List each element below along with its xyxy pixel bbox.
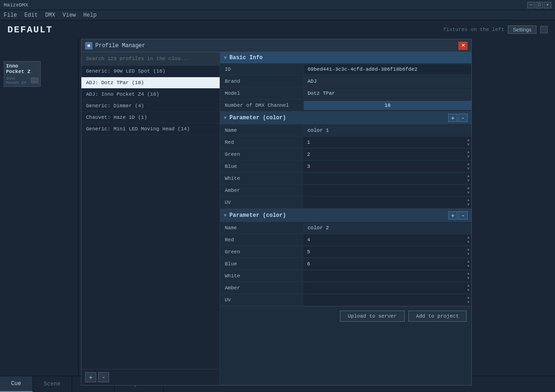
param2-red-spinner[interactable]: ▲ ▼ (465, 234, 471, 245)
dialog-close-button[interactable]: ✕ (458, 42, 468, 50)
spinner-up-icon[interactable]: ▲ (467, 186, 469, 190)
param2-red-input[interactable] (303, 235, 465, 245)
list-footer: + - (81, 369, 220, 385)
param2-arrow-icon: ▼ (224, 213, 227, 218)
close-button[interactable]: ✕ (544, 2, 551, 8)
list-item[interactable]: ADJ: Dotz TPar (18) (81, 77, 220, 89)
param2-green-value: ▲ ▼ (303, 246, 471, 257)
param1-white-spinner[interactable]: ▲ ▼ (465, 173, 471, 184)
param2-white-spinner[interactable]: ▲ ▼ (465, 270, 471, 282)
field-model-value[interactable] (303, 89, 471, 98)
menu-dmx[interactable]: DMX (45, 12, 56, 18)
param1-blue-spinner[interactable]: ▲ ▼ (465, 161, 471, 172)
settings-button[interactable]: Settings (508, 25, 536, 34)
spinner-up-icon[interactable]: ▲ (467, 235, 469, 240)
spinner-down-icon[interactable]: ▼ (467, 300, 469, 305)
param2-uv-spinner[interactable]: ▲ ▼ (465, 294, 471, 306)
tab-scene[interactable]: Scene (33, 376, 72, 392)
spinner-up-icon[interactable]: ▲ (467, 150, 469, 154)
menu-edit[interactable]: Edit (25, 12, 38, 18)
param2-name-input[interactable] (308, 225, 468, 231)
menu-view[interactable]: View (62, 12, 76, 18)
list-item[interactable]: Generic: Dimmer (4) (81, 100, 220, 112)
param1-red-spinner[interactable]: ▲ ▼ (465, 137, 471, 148)
spinner-down-icon[interactable]: ▼ (467, 142, 469, 147)
brand-input[interactable] (308, 79, 468, 84)
spinner-up-icon[interactable]: ▲ (467, 198, 469, 202)
param2-add-button[interactable]: + (448, 211, 457, 220)
param1-green-spinner[interactable]: ▲ ▼ (465, 149, 471, 160)
field-dmx-value[interactable] (303, 101, 471, 110)
param2-amber-input[interactable] (303, 283, 465, 293)
param2-uv-label: UV (220, 295, 303, 305)
param2-blue-spinner[interactable]: ▲ ▼ (465, 258, 471, 270)
param2-amber-label: Amber (220, 283, 303, 293)
spinner-down-icon[interactable]: ▼ (467, 264, 469, 269)
param1-uv-input[interactable] (303, 198, 465, 207)
spinner-up-icon[interactable]: ▲ (467, 162, 469, 166)
field-brand-value[interactable] (303, 77, 471, 86)
maximize-button[interactable]: □ (536, 2, 543, 8)
add-project-button[interactable]: Add to project (408, 311, 467, 322)
upload-server-button[interactable]: Upload to server (340, 311, 405, 322)
spinner-up-icon[interactable]: ▲ (467, 259, 469, 264)
app-name: MaizeDMX (4, 2, 527, 8)
spinner-down-icon[interactable]: ▼ (467, 276, 469, 281)
spinner-up-icon[interactable]: ▲ (467, 174, 469, 178)
remove-profile-button[interactable]: - (98, 372, 109, 382)
param2-green-input[interactable] (303, 247, 465, 257)
spinner-down-icon[interactable]: ▼ (467, 240, 469, 245)
spinner-down-icon[interactable]: ▼ (467, 202, 469, 207)
param1-amber-spinner[interactable]: ▲ ▼ (465, 185, 471, 196)
param1-add-button[interactable]: + (448, 114, 457, 122)
param1-controls: + - (448, 114, 468, 122)
param1-uv-spinner[interactable]: ▲ ▼ (465, 197, 471, 208)
param2-name-value[interactable] (303, 223, 471, 233)
menu-help[interactable]: Help (83, 12, 97, 18)
add-profile-button[interactable]: + (85, 372, 96, 382)
dmx-channel-input[interactable] (308, 103, 468, 108)
param1-blue-label: Blue (220, 162, 303, 171)
param1-remove-button[interactable]: - (458, 114, 468, 122)
spinner-up-icon[interactable]: ▲ (467, 295, 469, 300)
param2-blue-input[interactable] (303, 259, 465, 269)
spinner-down-icon[interactable]: ▼ (467, 288, 469, 293)
spinner-down-icon[interactable]: ▼ (467, 178, 469, 183)
list-item[interactable]: Generic: Mini LED Moving Head (14) (81, 123, 220, 135)
fixture-dots-button[interactable]: ... (31, 78, 38, 83)
spinner-up-icon[interactable]: ▲ (467, 138, 469, 142)
param2-remove-button[interactable]: - (458, 211, 468, 220)
spinner-down-icon[interactable]: ▼ (467, 252, 469, 257)
param1-green-label: Green (220, 150, 303, 159)
param1-white-input[interactable] (303, 174, 465, 183)
param2-white-input[interactable] (303, 271, 465, 281)
model-input[interactable] (308, 91, 468, 96)
minimize-button[interactable]: — (527, 2, 535, 8)
param1-amber-input[interactable] (303, 186, 465, 195)
list-item[interactable]: ADJ: Inno Pocket Z4 (16) (81, 89, 220, 100)
spinner-up-icon[interactable]: ▲ (467, 271, 469, 276)
param1-red-input[interactable] (303, 138, 465, 147)
profile-list-panel: Generic: 90W LED Spot (16) ADJ: Dotz TPa… (81, 52, 220, 385)
fixture-card-title1: Inno (6, 63, 38, 69)
param1-name-input[interactable] (308, 128, 468, 133)
spinner-up-icon[interactable]: ▲ (467, 283, 469, 288)
param2-uv-input[interactable] (303, 295, 465, 305)
param1-name-value[interactable] (303, 126, 471, 135)
list-item[interactable]: Chauvet: Haze 1D (1) (81, 112, 220, 123)
left-panel: Inno Pocket Z Inno Pocket Z4 ... (0, 39, 79, 376)
dialog-icon: ▣ (85, 42, 92, 49)
dialog-body: Generic: 90W LED Spot (16) ADJ: Dotz TPa… (81, 52, 471, 385)
param2-green-spinner[interactable]: ▲ ▼ (465, 246, 471, 257)
spinner-down-icon[interactable]: ▼ (467, 190, 469, 195)
param1-green-input[interactable] (303, 150, 465, 159)
spinner-up-icon[interactable]: ▲ (467, 247, 469, 252)
search-input[interactable] (81, 52, 220, 66)
tab-cue[interactable]: Cue (0, 376, 33, 392)
spinner-down-icon[interactable]: ▼ (467, 166, 469, 171)
param1-blue-input[interactable] (303, 162, 465, 171)
menu-file[interactable]: File (4, 12, 17, 18)
param2-amber-spinner[interactable]: ▲ ▼ (465, 282, 471, 294)
list-item[interactable]: Generic: 90W LED Spot (16) (81, 66, 220, 77)
spinner-down-icon[interactable]: ▼ (467, 154, 469, 159)
